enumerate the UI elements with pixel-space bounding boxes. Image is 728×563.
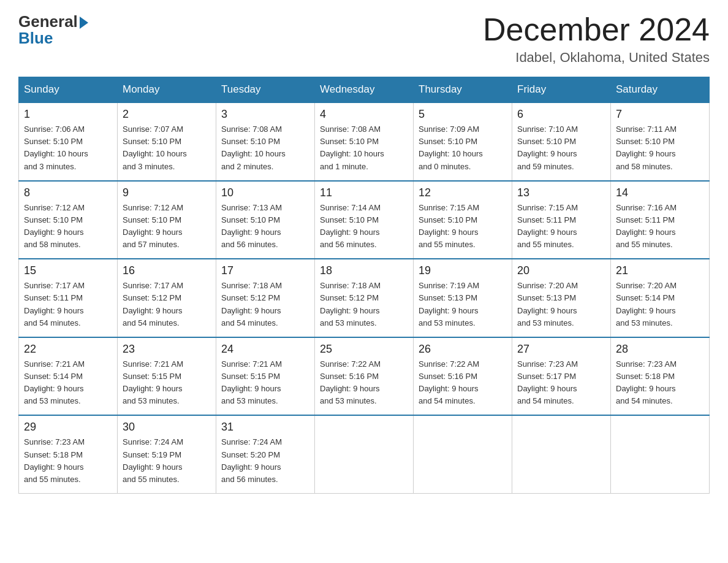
- day-info: Sunrise: 7:11 AMSunset: 5:10 PMDaylight:…: [616, 123, 704, 173]
- day-info: Sunrise: 7:13 AMSunset: 5:10 PMDaylight:…: [221, 202, 309, 251]
- calendar-table: SundayMondayTuesdayWednesdayThursdayFrid…: [18, 77, 710, 494]
- day-number: 6: [517, 108, 605, 121]
- calendar-day-cell: [315, 415, 414, 493]
- calendar-week-row: 1 Sunrise: 7:06 AMSunset: 5:10 PMDayligh…: [19, 102, 710, 181]
- day-info: Sunrise: 7:23 AMSunset: 5:17 PMDaylight:…: [517, 358, 605, 408]
- logo-blue-text: Blue: [18, 29, 53, 48]
- day-number: 25: [320, 343, 408, 356]
- calendar-day-cell: 28 Sunrise: 7:23 AMSunset: 5:18 PMDaylig…: [611, 337, 710, 416]
- day-info: Sunrise: 7:20 AMSunset: 5:14 PMDaylight:…: [616, 280, 704, 329]
- day-number: 19: [419, 264, 507, 277]
- day-info: Sunrise: 7:07 AMSunset: 5:10 PMDaylight:…: [123, 123, 211, 173]
- page-header: General Blue December 2024 Idabel, Oklah…: [18, 12, 710, 66]
- day-number: 31: [221, 421, 309, 434]
- day-number: 15: [24, 264, 112, 277]
- logo: General Blue: [18, 12, 88, 48]
- calendar-day-cell: [414, 415, 512, 493]
- day-number: 2: [123, 108, 211, 121]
- calendar-day-cell: [512, 415, 611, 493]
- day-info: Sunrise: 7:10 AMSunset: 5:10 PMDaylight:…: [517, 123, 605, 173]
- calendar-day-cell: 13 Sunrise: 7:15 AMSunset: 5:11 PMDaylig…: [512, 181, 611, 259]
- calendar-day-cell: 20 Sunrise: 7:20 AMSunset: 5:13 PMDaylig…: [512, 259, 611, 337]
- calendar-day-cell: 7 Sunrise: 7:11 AMSunset: 5:10 PMDayligh…: [611, 102, 710, 181]
- day-number: 4: [320, 108, 408, 121]
- calendar-day-cell: 26 Sunrise: 7:22 AMSunset: 5:16 PMDaylig…: [414, 337, 512, 416]
- day-number: 17: [221, 264, 309, 277]
- location-title: Idabel, Oklahoma, United States: [483, 50, 710, 66]
- col-header-thursday: Thursday: [414, 77, 512, 103]
- day-info: Sunrise: 7:09 AMSunset: 5:10 PMDaylight:…: [419, 123, 507, 173]
- col-header-tuesday: Tuesday: [216, 77, 315, 103]
- day-info: Sunrise: 7:19 AMSunset: 5:13 PMDaylight:…: [419, 280, 507, 329]
- day-number: 13: [517, 186, 605, 199]
- month-title: December 2024: [483, 12, 710, 47]
- day-number: 24: [221, 343, 309, 356]
- day-number: 21: [616, 264, 704, 277]
- day-info: Sunrise: 7:18 AMSunset: 5:12 PMDaylight:…: [320, 280, 408, 329]
- day-number: 16: [123, 264, 211, 277]
- day-number: 12: [419, 186, 507, 199]
- day-info: Sunrise: 7:21 AMSunset: 5:15 PMDaylight:…: [221, 358, 309, 408]
- col-header-saturday: Saturday: [611, 77, 710, 103]
- calendar-day-cell: 25 Sunrise: 7:22 AMSunset: 5:16 PMDaylig…: [315, 337, 414, 416]
- calendar-day-cell: 27 Sunrise: 7:23 AMSunset: 5:17 PMDaylig…: [512, 337, 611, 416]
- calendar-week-row: 22 Sunrise: 7:21 AMSunset: 5:14 PMDaylig…: [19, 337, 710, 416]
- calendar-day-cell: 5 Sunrise: 7:09 AMSunset: 5:10 PMDayligh…: [414, 102, 512, 181]
- day-info: Sunrise: 7:20 AMSunset: 5:13 PMDaylight:…: [517, 280, 605, 329]
- day-info: Sunrise: 7:24 AMSunset: 5:20 PMDaylight:…: [221, 436, 309, 486]
- day-number: 7: [616, 108, 704, 121]
- calendar-day-cell: 18 Sunrise: 7:18 AMSunset: 5:12 PMDaylig…: [315, 259, 414, 337]
- day-info: Sunrise: 7:15 AMSunset: 5:10 PMDaylight:…: [419, 202, 507, 251]
- day-number: 10: [221, 186, 309, 199]
- calendar-day-cell: 8 Sunrise: 7:12 AMSunset: 5:10 PMDayligh…: [19, 181, 118, 259]
- calendar-week-row: 29 Sunrise: 7:23 AMSunset: 5:18 PMDaylig…: [19, 415, 710, 493]
- col-header-friday: Friday: [512, 77, 611, 103]
- day-number: 9: [123, 186, 211, 199]
- day-number: 27: [517, 343, 605, 356]
- day-info: Sunrise: 7:18 AMSunset: 5:12 PMDaylight:…: [221, 280, 309, 329]
- calendar-day-cell: 22 Sunrise: 7:21 AMSunset: 5:14 PMDaylig…: [19, 337, 118, 416]
- day-info: Sunrise: 7:23 AMSunset: 5:18 PMDaylight:…: [616, 358, 704, 408]
- calendar-day-cell: 15 Sunrise: 7:17 AMSunset: 5:11 PMDaylig…: [19, 259, 118, 337]
- calendar-week-row: 15 Sunrise: 7:17 AMSunset: 5:11 PMDaylig…: [19, 259, 710, 337]
- day-info: Sunrise: 7:22 AMSunset: 5:16 PMDaylight:…: [320, 358, 408, 408]
- calendar-day-cell: 16 Sunrise: 7:17 AMSunset: 5:12 PMDaylig…: [118, 259, 216, 337]
- day-info: Sunrise: 7:12 AMSunset: 5:10 PMDaylight:…: [123, 202, 211, 251]
- calendar-day-cell: 3 Sunrise: 7:08 AMSunset: 5:10 PMDayligh…: [216, 102, 315, 181]
- calendar-day-cell: 30 Sunrise: 7:24 AMSunset: 5:19 PMDaylig…: [118, 415, 216, 493]
- calendar-day-cell: 11 Sunrise: 7:14 AMSunset: 5:10 PMDaylig…: [315, 181, 414, 259]
- calendar-day-cell: 9 Sunrise: 7:12 AMSunset: 5:10 PMDayligh…: [118, 181, 216, 259]
- calendar-day-cell: 4 Sunrise: 7:08 AMSunset: 5:10 PMDayligh…: [315, 102, 414, 181]
- day-number: 14: [616, 186, 704, 199]
- col-header-wednesday: Wednesday: [315, 77, 414, 103]
- day-number: 30: [123, 421, 211, 434]
- day-info: Sunrise: 7:12 AMSunset: 5:10 PMDaylight:…: [24, 202, 112, 251]
- day-info: Sunrise: 7:23 AMSunset: 5:18 PMDaylight:…: [24, 436, 112, 486]
- col-header-sunday: Sunday: [19, 77, 118, 103]
- calendar-day-cell: 23 Sunrise: 7:21 AMSunset: 5:15 PMDaylig…: [118, 337, 216, 416]
- calendar-day-cell: 10 Sunrise: 7:13 AMSunset: 5:10 PMDaylig…: [216, 181, 315, 259]
- day-number: 23: [123, 343, 211, 356]
- calendar-day-cell: 17 Sunrise: 7:18 AMSunset: 5:12 PMDaylig…: [216, 259, 315, 337]
- calendar-day-cell: 2 Sunrise: 7:07 AMSunset: 5:10 PMDayligh…: [118, 102, 216, 181]
- calendar-day-cell: 24 Sunrise: 7:21 AMSunset: 5:15 PMDaylig…: [216, 337, 315, 416]
- day-number: 20: [517, 264, 605, 277]
- calendar-week-row: 8 Sunrise: 7:12 AMSunset: 5:10 PMDayligh…: [19, 181, 710, 259]
- calendar-header-row: SundayMondayTuesdayWednesdayThursdayFrid…: [19, 77, 710, 103]
- day-info: Sunrise: 7:15 AMSunset: 5:11 PMDaylight:…: [517, 202, 605, 251]
- title-section: December 2024 Idabel, Oklahoma, United S…: [483, 12, 710, 66]
- calendar-day-cell: 12 Sunrise: 7:15 AMSunset: 5:10 PMDaylig…: [414, 181, 512, 259]
- calendar-day-cell: 21 Sunrise: 7:20 AMSunset: 5:14 PMDaylig…: [611, 259, 710, 337]
- day-info: Sunrise: 7:17 AMSunset: 5:12 PMDaylight:…: [123, 280, 211, 329]
- calendar-day-cell: 14 Sunrise: 7:16 AMSunset: 5:11 PMDaylig…: [611, 181, 710, 259]
- day-info: Sunrise: 7:16 AMSunset: 5:11 PMDaylight:…: [616, 202, 704, 251]
- day-number: 5: [419, 108, 507, 121]
- day-number: 29: [24, 421, 112, 434]
- day-number: 8: [24, 186, 112, 199]
- day-number: 11: [320, 186, 408, 199]
- day-info: Sunrise: 7:17 AMSunset: 5:11 PMDaylight:…: [24, 280, 112, 329]
- calendar-day-cell: 6 Sunrise: 7:10 AMSunset: 5:10 PMDayligh…: [512, 102, 611, 181]
- col-header-monday: Monday: [118, 77, 216, 103]
- calendar-day-cell: 1 Sunrise: 7:06 AMSunset: 5:10 PMDayligh…: [19, 102, 118, 181]
- day-info: Sunrise: 7:21 AMSunset: 5:14 PMDaylight:…: [24, 358, 112, 408]
